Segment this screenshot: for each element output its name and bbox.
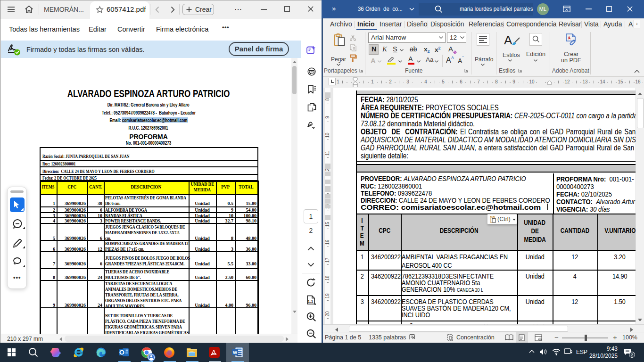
svg-text:W: W	[233, 350, 237, 355]
svg-text:1:1: 1:1	[308, 299, 314, 304]
